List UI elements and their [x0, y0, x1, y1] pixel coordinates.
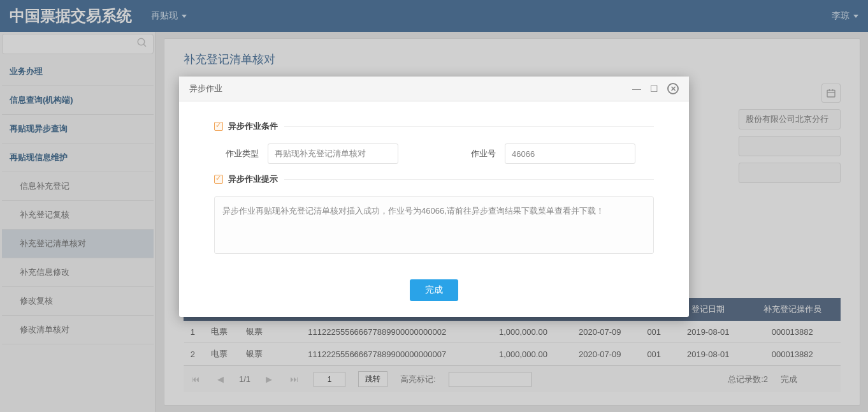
check-icon — [214, 122, 223, 131]
job-no-field[interactable]: 46066 — [505, 143, 635, 164]
modal-footer: 完成 — [179, 270, 689, 317]
modal-controls: — ☐ ✕ — [632, 83, 679, 94]
section-tips: 异步作业提示 — [214, 173, 654, 185]
section-conditions: 异步作业条件 — [214, 121, 654, 132]
modal-header: 异步作业 — ☐ ✕ — [179, 77, 689, 101]
modal-body: 异步作业条件 作业类型 再贴现补充登记清单核对 作业号 46066 异步作业提示… — [179, 101, 689, 270]
minimize-icon[interactable]: — — [632, 84, 641, 94]
close-icon[interactable]: ✕ — [667, 83, 679, 94]
job-type-label: 作业类型 — [214, 148, 259, 159]
section-conditions-label: 异步作业条件 — [228, 121, 278, 132]
check-icon — [214, 175, 223, 184]
form-row: 作业类型 再贴现补充登记清单核对 作业号 46066 — [214, 143, 654, 164]
maximize-icon[interactable]: ☐ — [650, 84, 658, 94]
message-textarea: 异步作业再贴现补充登记清单核对插入成功，作业号为46066,请前往异步查询结果下… — [214, 196, 654, 254]
async-job-modal: 异步作业 — ☐ ✕ 异步作业条件 作业类型 再贴现补充登记清单核对 作业号 4… — [179, 77, 689, 317]
job-type-field[interactable]: 再贴现补充登记清单核对 — [268, 143, 398, 164]
modal-title: 异步作业 — [189, 83, 222, 94]
done-button[interactable]: 完成 — [410, 279, 458, 301]
job-no-label: 作业号 — [451, 148, 496, 159]
section-tips-label: 异步作业提示 — [228, 173, 278, 185]
